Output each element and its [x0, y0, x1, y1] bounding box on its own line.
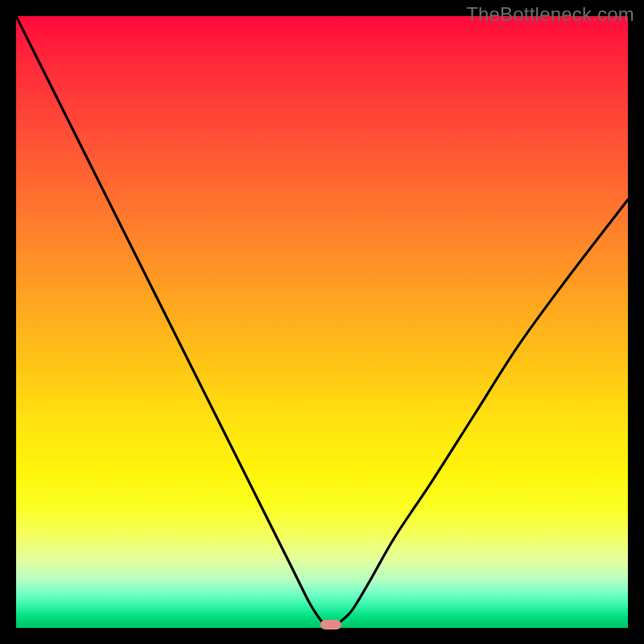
- optimum-marker: [320, 620, 341, 630]
- attribution-text: TheBottleneck.com: [466, 3, 634, 26]
- plot-area: [16, 16, 628, 628]
- bottleneck-curve: [16, 16, 628, 628]
- chart-frame: TheBottleneck.com: [0, 0, 644, 644]
- curve-layer: [16, 16, 628, 628]
